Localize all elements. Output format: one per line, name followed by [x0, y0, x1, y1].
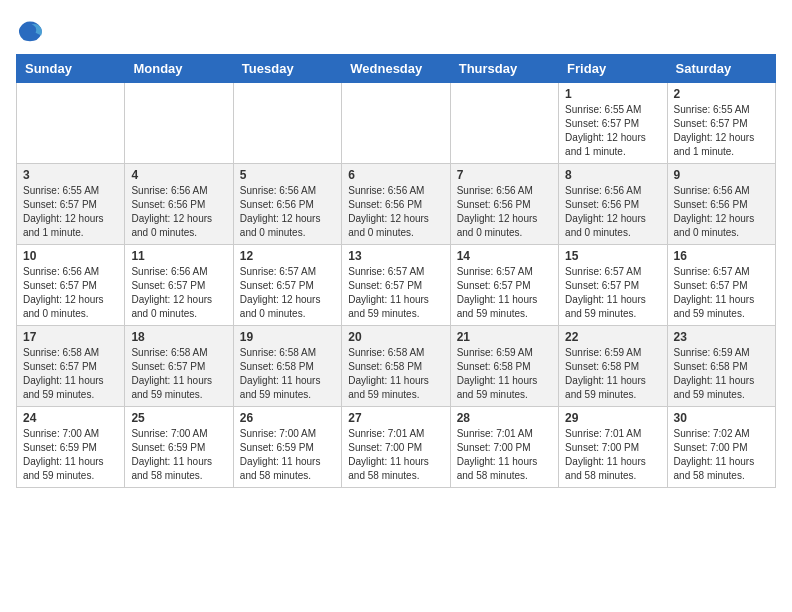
- day-number: 26: [240, 411, 335, 425]
- calendar-cell: 7Sunrise: 6:56 AM Sunset: 6:56 PM Daylig…: [450, 164, 558, 245]
- calendar-week-5: 24Sunrise: 7:00 AM Sunset: 6:59 PM Dayli…: [17, 407, 776, 488]
- day-info: Sunrise: 7:00 AM Sunset: 6:59 PM Dayligh…: [131, 427, 226, 483]
- calendar-cell: 17Sunrise: 6:58 AM Sunset: 6:57 PM Dayli…: [17, 326, 125, 407]
- day-number: 22: [565, 330, 660, 344]
- day-info: Sunrise: 6:56 AM Sunset: 6:57 PM Dayligh…: [23, 265, 118, 321]
- day-info: Sunrise: 7:01 AM Sunset: 7:00 PM Dayligh…: [348, 427, 443, 483]
- calendar-cell: 22Sunrise: 6:59 AM Sunset: 6:58 PM Dayli…: [559, 326, 667, 407]
- calendar-cell: 5Sunrise: 6:56 AM Sunset: 6:56 PM Daylig…: [233, 164, 341, 245]
- day-number: 14: [457, 249, 552, 263]
- day-info: Sunrise: 6:55 AM Sunset: 6:57 PM Dayligh…: [565, 103, 660, 159]
- day-info: Sunrise: 6:57 AM Sunset: 6:57 PM Dayligh…: [565, 265, 660, 321]
- calendar-cell: [17, 83, 125, 164]
- day-info: Sunrise: 6:56 AM Sunset: 6:56 PM Dayligh…: [348, 184, 443, 240]
- day-info: Sunrise: 6:58 AM Sunset: 6:57 PM Dayligh…: [23, 346, 118, 402]
- calendar-week-1: 1Sunrise: 6:55 AM Sunset: 6:57 PM Daylig…: [17, 83, 776, 164]
- calendar-cell: 21Sunrise: 6:59 AM Sunset: 6:58 PM Dayli…: [450, 326, 558, 407]
- calendar-cell: 6Sunrise: 6:56 AM Sunset: 6:56 PM Daylig…: [342, 164, 450, 245]
- day-number: 17: [23, 330, 118, 344]
- day-info: Sunrise: 6:57 AM Sunset: 6:57 PM Dayligh…: [240, 265, 335, 321]
- calendar-cell: 30Sunrise: 7:02 AM Sunset: 7:00 PM Dayli…: [667, 407, 775, 488]
- day-number: 3: [23, 168, 118, 182]
- day-info: Sunrise: 7:01 AM Sunset: 7:00 PM Dayligh…: [457, 427, 552, 483]
- calendar-cell: 4Sunrise: 6:56 AM Sunset: 6:56 PM Daylig…: [125, 164, 233, 245]
- day-number: 8: [565, 168, 660, 182]
- day-info: Sunrise: 7:00 AM Sunset: 6:59 PM Dayligh…: [23, 427, 118, 483]
- calendar-cell: 10Sunrise: 6:56 AM Sunset: 6:57 PM Dayli…: [17, 245, 125, 326]
- calendar-cell: 27Sunrise: 7:01 AM Sunset: 7:00 PM Dayli…: [342, 407, 450, 488]
- day-info: Sunrise: 7:01 AM Sunset: 7:00 PM Dayligh…: [565, 427, 660, 483]
- day-number: 24: [23, 411, 118, 425]
- calendar-cell: 16Sunrise: 6:57 AM Sunset: 6:57 PM Dayli…: [667, 245, 775, 326]
- day-number: 12: [240, 249, 335, 263]
- day-info: Sunrise: 6:57 AM Sunset: 6:57 PM Dayligh…: [348, 265, 443, 321]
- calendar-cell: [342, 83, 450, 164]
- day-info: Sunrise: 7:02 AM Sunset: 7:00 PM Dayligh…: [674, 427, 769, 483]
- calendar-cell: 20Sunrise: 6:58 AM Sunset: 6:58 PM Dayli…: [342, 326, 450, 407]
- weekday-header-monday: Monday: [125, 55, 233, 83]
- calendar-cell: 3Sunrise: 6:55 AM Sunset: 6:57 PM Daylig…: [17, 164, 125, 245]
- day-number: 4: [131, 168, 226, 182]
- day-info: Sunrise: 6:56 AM Sunset: 6:56 PM Dayligh…: [240, 184, 335, 240]
- day-number: 16: [674, 249, 769, 263]
- day-info: Sunrise: 6:57 AM Sunset: 6:57 PM Dayligh…: [674, 265, 769, 321]
- day-info: Sunrise: 6:56 AM Sunset: 6:56 PM Dayligh…: [131, 184, 226, 240]
- calendar-cell: 13Sunrise: 6:57 AM Sunset: 6:57 PM Dayli…: [342, 245, 450, 326]
- weekday-header-thursday: Thursday: [450, 55, 558, 83]
- calendar-cell: 26Sunrise: 7:00 AM Sunset: 6:59 PM Dayli…: [233, 407, 341, 488]
- calendar-cell: 15Sunrise: 6:57 AM Sunset: 6:57 PM Dayli…: [559, 245, 667, 326]
- day-info: Sunrise: 6:57 AM Sunset: 6:57 PM Dayligh…: [457, 265, 552, 321]
- day-number: 28: [457, 411, 552, 425]
- calendar-cell: [450, 83, 558, 164]
- day-info: Sunrise: 6:58 AM Sunset: 6:57 PM Dayligh…: [131, 346, 226, 402]
- day-number: 27: [348, 411, 443, 425]
- day-info: Sunrise: 6:58 AM Sunset: 6:58 PM Dayligh…: [240, 346, 335, 402]
- day-info: Sunrise: 6:59 AM Sunset: 6:58 PM Dayligh…: [565, 346, 660, 402]
- day-info: Sunrise: 6:55 AM Sunset: 6:57 PM Dayligh…: [23, 184, 118, 240]
- day-number: 19: [240, 330, 335, 344]
- calendar-cell: 8Sunrise: 6:56 AM Sunset: 6:56 PM Daylig…: [559, 164, 667, 245]
- day-number: 25: [131, 411, 226, 425]
- weekday-header-tuesday: Tuesday: [233, 55, 341, 83]
- calendar-cell: 11Sunrise: 6:56 AM Sunset: 6:57 PM Dayli…: [125, 245, 233, 326]
- calendar-cell: 12Sunrise: 6:57 AM Sunset: 6:57 PM Dayli…: [233, 245, 341, 326]
- weekday-header-sunday: Sunday: [17, 55, 125, 83]
- day-number: 6: [348, 168, 443, 182]
- day-number: 2: [674, 87, 769, 101]
- calendar-header-row: SundayMondayTuesdayWednesdayThursdayFrid…: [17, 55, 776, 83]
- day-number: 15: [565, 249, 660, 263]
- day-number: 21: [457, 330, 552, 344]
- calendar-cell: [125, 83, 233, 164]
- day-number: 11: [131, 249, 226, 263]
- day-info: Sunrise: 6:56 AM Sunset: 6:56 PM Dayligh…: [457, 184, 552, 240]
- calendar-cell: 1Sunrise: 6:55 AM Sunset: 6:57 PM Daylig…: [559, 83, 667, 164]
- calendar-cell: 2Sunrise: 6:55 AM Sunset: 6:57 PM Daylig…: [667, 83, 775, 164]
- weekday-header-friday: Friday: [559, 55, 667, 83]
- calendar-week-2: 3Sunrise: 6:55 AM Sunset: 6:57 PM Daylig…: [17, 164, 776, 245]
- day-number: 5: [240, 168, 335, 182]
- day-info: Sunrise: 6:56 AM Sunset: 6:56 PM Dayligh…: [565, 184, 660, 240]
- day-info: Sunrise: 7:00 AM Sunset: 6:59 PM Dayligh…: [240, 427, 335, 483]
- day-info: Sunrise: 6:59 AM Sunset: 6:58 PM Dayligh…: [457, 346, 552, 402]
- day-number: 13: [348, 249, 443, 263]
- calendar-cell: 23Sunrise: 6:59 AM Sunset: 6:58 PM Dayli…: [667, 326, 775, 407]
- calendar-cell: 9Sunrise: 6:56 AM Sunset: 6:56 PM Daylig…: [667, 164, 775, 245]
- day-number: 9: [674, 168, 769, 182]
- day-info: Sunrise: 6:59 AM Sunset: 6:58 PM Dayligh…: [674, 346, 769, 402]
- day-info: Sunrise: 6:56 AM Sunset: 6:57 PM Dayligh…: [131, 265, 226, 321]
- calendar-cell: 25Sunrise: 7:00 AM Sunset: 6:59 PM Dayli…: [125, 407, 233, 488]
- day-number: 18: [131, 330, 226, 344]
- day-info: Sunrise: 6:55 AM Sunset: 6:57 PM Dayligh…: [674, 103, 769, 159]
- weekday-header-saturday: Saturday: [667, 55, 775, 83]
- calendar-cell: 29Sunrise: 7:01 AM Sunset: 7:00 PM Dayli…: [559, 407, 667, 488]
- day-number: 30: [674, 411, 769, 425]
- calendar-cell: 19Sunrise: 6:58 AM Sunset: 6:58 PM Dayli…: [233, 326, 341, 407]
- logo-icon: [16, 16, 44, 44]
- calendar-cell: [233, 83, 341, 164]
- calendar-cell: 24Sunrise: 7:00 AM Sunset: 6:59 PM Dayli…: [17, 407, 125, 488]
- day-number: 20: [348, 330, 443, 344]
- calendar-cell: 18Sunrise: 6:58 AM Sunset: 6:57 PM Dayli…: [125, 326, 233, 407]
- calendar-week-4: 17Sunrise: 6:58 AM Sunset: 6:57 PM Dayli…: [17, 326, 776, 407]
- calendar-cell: 28Sunrise: 7:01 AM Sunset: 7:00 PM Dayli…: [450, 407, 558, 488]
- logo: [16, 16, 48, 44]
